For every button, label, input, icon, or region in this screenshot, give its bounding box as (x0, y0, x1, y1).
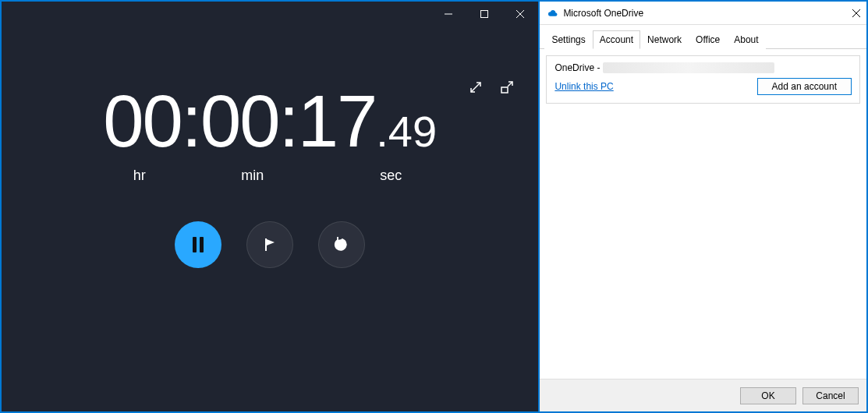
time-display: 00:00:17 .49 (103, 85, 437, 158)
svg-line-5 (508, 82, 512, 86)
stopwatch-controls (175, 221, 365, 268)
pause-button[interactable] (175, 221, 221, 268)
svg-rect-7 (193, 237, 197, 252)
stopwatch-window: 00:00:17 .49 hr min sec (2, 2, 538, 411)
ok-button[interactable]: OK (740, 387, 796, 404)
time-labels: hr min sec (89, 168, 452, 184)
tab-office[interactable]: Office (689, 30, 727, 49)
reset-button[interactable] (318, 221, 365, 268)
label-sec: sec (331, 168, 452, 184)
tab-about[interactable]: About (727, 30, 765, 49)
cancel-button[interactable]: Cancel (802, 387, 859, 404)
account-header: OneDrive - (554, 62, 852, 73)
svg-rect-6 (501, 87, 508, 93)
account-email-redacted (603, 62, 774, 73)
svg-line-4 (471, 83, 480, 92)
tab-settings[interactable]: Settings (544, 30, 592, 49)
account-box: OneDrive - Unlink this PC Add an account (546, 55, 860, 104)
onedrive-titlebar: Microsoft OneDrive (540, 2, 866, 25)
add-account-button[interactable]: Add an account (757, 78, 852, 95)
svg-rect-1 (481, 11, 488, 18)
onedrive-title: Microsoft OneDrive (563, 8, 837, 19)
time-frac: .49 (376, 110, 437, 154)
account-label: OneDrive - (554, 62, 600, 73)
lap-button[interactable] (246, 221, 293, 268)
stopwatch-titlebar (2, 2, 538, 26)
close-button[interactable] (502, 2, 538, 26)
label-min: min (190, 168, 315, 184)
svg-rect-8 (200, 237, 204, 252)
tab-network[interactable]: Network (640, 30, 689, 49)
onedrive-footer: OK Cancel (540, 379, 866, 411)
onedrive-tabs: Settings Account Network Office About (540, 25, 866, 49)
onedrive-close-button[interactable] (837, 7, 860, 19)
minimize-button[interactable] (430, 2, 466, 26)
unlink-pc-link[interactable]: Unlink this PC (554, 81, 613, 92)
tab-account[interactable]: Account (593, 30, 640, 49)
time-main: 00:00:17 (103, 85, 376, 158)
maximize-button[interactable] (466, 2, 502, 26)
cloud-icon (546, 7, 558, 19)
onedrive-window: Microsoft OneDrive Settings Account Netw… (540, 2, 866, 411)
svg-rect-9 (265, 238, 267, 251)
expand-icon[interactable] (468, 79, 484, 95)
stopwatch-body: 00:00:17 .49 hr min sec (2, 26, 538, 411)
label-hr: hr (89, 168, 190, 184)
compact-icon[interactable] (499, 79, 515, 95)
